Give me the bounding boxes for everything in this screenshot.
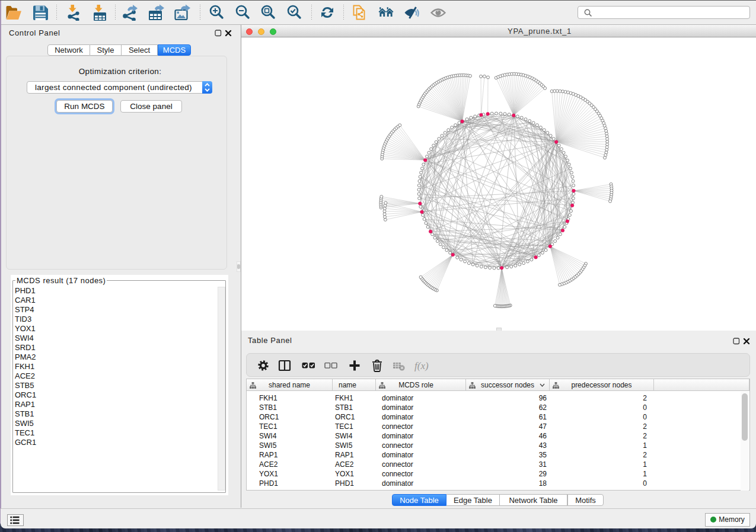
svg-text:f(x): f(x) [414,360,429,371]
